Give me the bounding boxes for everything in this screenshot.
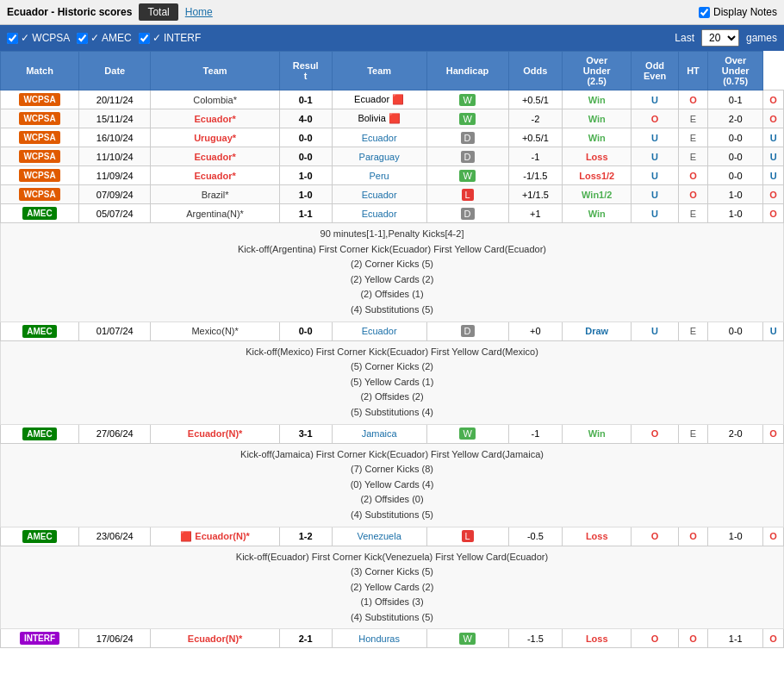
team2-cell[interactable]: Paraguay	[332, 147, 426, 166]
team2-cell[interactable]: Bolivia 🟥	[332, 109, 426, 128]
team2-cell[interactable]: Jamaica	[332, 424, 426, 443]
ou25-cell: O	[632, 109, 679, 128]
team2-cell[interactable]: Ecuador	[332, 321, 426, 340]
ht-cell: 2-0	[708, 424, 763, 443]
odds-cell: Win	[563, 424, 632, 443]
handicap-cell: +0.5/1	[508, 128, 563, 147]
table-row: AMEC 01/07/24 Mexico(N)* 0-0 Ecuador D +…	[1, 321, 784, 340]
team1-cell[interactable]: Ecuador(N)*	[151, 424, 279, 443]
col-team2: Team	[332, 52, 426, 90]
odds-cell: Win	[563, 204, 632, 223]
team2-cell[interactable]: Honduras	[332, 629, 426, 648]
notes-row: Kick-off(Jamaica) First Corner Kick(Ecua…	[1, 443, 784, 527]
date-cell: 11/09/24	[79, 166, 151, 185]
odds-cell: Loss	[563, 147, 632, 166]
table-row: WCPSA 20/11/24 Colombia* 0-1 Ecuador 🟥 W…	[1, 90, 784, 109]
matches-table: Match Date Team Result Team Handicap Odd…	[0, 51, 784, 648]
ou25-cell: U	[632, 321, 679, 340]
note-line: Kick-off(Jamaica) First Corner Kick(Ecua…	[240, 449, 544, 459]
tab-home[interactable]: Home	[185, 6, 213, 18]
ou075-cell: O	[763, 629, 784, 648]
filter-amec[interactable]: ✓ AMEC	[77, 32, 131, 44]
notes-cell: Kick-off(Jamaica) First Corner Kick(Ecua…	[1, 443, 784, 527]
wdl-cell: W	[426, 166, 508, 185]
team1-cell[interactable]: Brazil*	[151, 185, 279, 204]
team1-cell[interactable]: Ecuador*	[151, 166, 279, 185]
team1-cell[interactable]: Argentina(N)*	[151, 204, 279, 223]
ht-cell: 1-0	[708, 204, 763, 223]
table-row: AMEC 23/06/24 🟥 Ecuador(N)* 1-2 Venezuel…	[1, 527, 784, 546]
team2-cell[interactable]: Ecuador	[332, 204, 426, 223]
wdl-cell: D	[426, 147, 508, 166]
ou25-cell: U	[632, 185, 679, 204]
ht-cell: 1-0	[708, 185, 763, 204]
ht-cell: 1-0	[708, 527, 763, 546]
notes-cell: Kick-off(Ecuador) First Corner Kick(Vene…	[1, 546, 784, 629]
team1-cell[interactable]: 🟥 Ecuador(N)*	[151, 527, 279, 546]
ou25-cell: U	[632, 128, 679, 147]
team1-cell[interactable]: Mexico(N)*	[151, 321, 279, 340]
note-line: Kick-off(Ecuador) First Corner Kick(Vene…	[236, 552, 548, 562]
ht-cell: 0-0	[708, 128, 763, 147]
page-title: Ecuador - Historic scores	[7, 6, 132, 18]
notes-row: Kick-off(Ecuador) First Corner Kick(Vene…	[1, 546, 784, 629]
ou075-cell: U	[763, 321, 784, 340]
notes-row: Kick-off(Mexico) First Corner Kick(Ecuad…	[1, 340, 784, 424]
competition-badge: AMEC	[22, 427, 56, 440]
badge-cell: WCPSA	[1, 128, 79, 147]
oe-cell: E	[678, 109, 707, 128]
display-notes-container: Display Notes	[699, 6, 777, 18]
team1-cell[interactable]: Uruguay*	[151, 128, 279, 147]
table-row: AMEC 27/06/24 Ecuador(N)* 3-1 Jamaica W …	[1, 424, 784, 443]
games-label: games	[746, 32, 777, 44]
team2-cell[interactable]: Ecuador 🟥	[332, 90, 426, 109]
team2-cell[interactable]: Peru	[332, 166, 426, 185]
tab-total[interactable]: Total	[139, 3, 177, 21]
competition-badge: WCPSA	[19, 112, 59, 125]
odds-cell: Win	[563, 109, 632, 128]
team1-cell[interactable]: Ecuador*	[151, 147, 279, 166]
competition-badge: AMEC	[22, 325, 56, 338]
wdl-cell: W	[426, 424, 508, 443]
handicap-cell: +1	[508, 204, 563, 223]
col-handicap: Handicap	[426, 52, 508, 90]
odds-cell: Loss	[563, 629, 632, 648]
note-line: (2) Offsides (1)	[360, 289, 423, 299]
date-cell: 05/07/24	[79, 204, 151, 223]
ou075-cell: O	[763, 185, 784, 204]
oe-cell: O	[678, 166, 707, 185]
team1-cell[interactable]: Colombia*	[151, 90, 279, 109]
ht-cell: 0-0	[708, 321, 763, 340]
oe-cell: E	[678, 321, 707, 340]
filter-interf-label: ✓ INTERF	[152, 32, 202, 44]
filter-wcpsa-checkbox[interactable]	[7, 33, 18, 44]
team2-cell[interactable]: Ecuador	[332, 128, 426, 147]
wdl-cell: L	[426, 185, 508, 204]
date-cell: 15/11/24	[79, 109, 151, 128]
wdl-cell: D	[426, 321, 508, 340]
last-label: Last	[675, 32, 694, 44]
team1-cell[interactable]: Ecuador(N)*	[151, 629, 279, 648]
filter-interf-checkbox[interactable]	[139, 33, 150, 44]
note-line: (1) Offsides (3)	[360, 596, 423, 607]
team2-cell[interactable]: Venezuela	[332, 527, 426, 546]
oe-cell: E	[678, 147, 707, 166]
result-cell: 3-1	[279, 424, 332, 443]
note-line: (4) Substitutions (5)	[351, 509, 433, 520]
handicap-cell: -0.5	[508, 527, 563, 546]
display-notes-checkbox[interactable]	[699, 7, 710, 18]
col-ht: HT	[678, 52, 707, 90]
filter-wcpsa[interactable]: ✓ WCPSA	[7, 32, 70, 44]
oe-cell: E	[678, 204, 707, 223]
last-select[interactable]: 20 510152530	[701, 29, 739, 47]
handicap-cell: -2	[508, 109, 563, 128]
oe-cell: E	[678, 128, 707, 147]
note-line: (2) Offsides (0)	[360, 494, 423, 504]
filter-amec-label: ✓ AMEC	[90, 32, 131, 44]
ou25-cell: O	[632, 424, 679, 443]
team2-cell[interactable]: Ecuador	[332, 185, 426, 204]
filter-interf[interactable]: ✓ INTERF	[139, 32, 202, 44]
filter-amec-checkbox[interactable]	[77, 33, 88, 44]
team1-cell[interactable]: Ecuador*	[151, 109, 279, 128]
ou075-cell: O	[763, 204, 784, 223]
